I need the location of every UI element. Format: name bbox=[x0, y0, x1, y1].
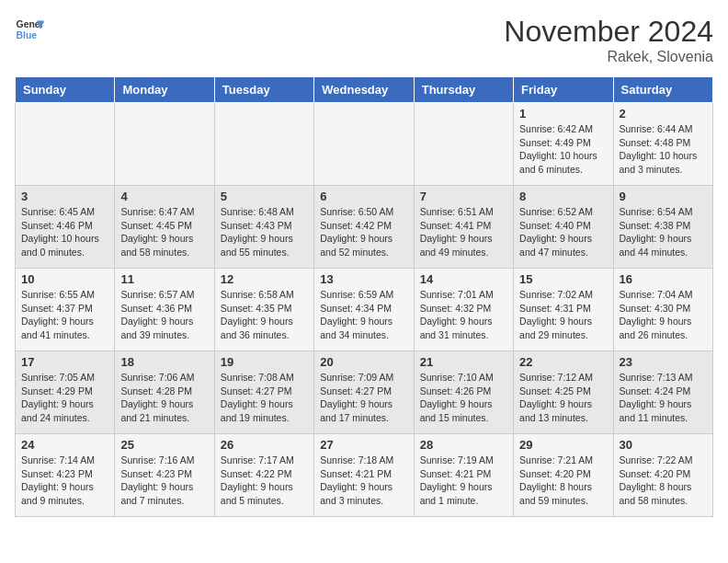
day-number: 6 bbox=[320, 190, 407, 203]
day-number: 18 bbox=[120, 355, 208, 369]
day-number: 10 bbox=[21, 272, 108, 286]
calendar-day-cell: 24Sunrise: 7:14 AM Sunset: 4:23 PM Dayli… bbox=[16, 434, 115, 517]
svg-text:Blue: Blue bbox=[17, 30, 38, 40]
calendar-day-cell: 25Sunrise: 7:16 AM Sunset: 4:23 PM Dayli… bbox=[115, 434, 214, 517]
day-number: 13 bbox=[320, 272, 407, 286]
day-number: 5 bbox=[221, 190, 308, 203]
calendar-day-cell: 5Sunrise: 6:48 AM Sunset: 4:43 PM Daylig… bbox=[214, 186, 313, 269]
day-number: 17 bbox=[21, 355, 108, 369]
day-info: Sunrise: 7:22 AM Sunset: 4:20 PM Dayligh… bbox=[620, 454, 707, 508]
calendar-day-cell bbox=[214, 103, 313, 186]
day-number: 25 bbox=[120, 438, 208, 452]
month-title: November 2024 bbox=[504, 15, 713, 49]
day-info: Sunrise: 7:17 AM Sunset: 4:22 PM Dayligh… bbox=[221, 454, 308, 508]
day-number: 22 bbox=[519, 355, 607, 369]
day-info: Sunrise: 7:02 AM Sunset: 4:31 PM Dayligh… bbox=[519, 288, 607, 342]
calendar-day-cell: 18Sunrise: 7:06 AM Sunset: 4:28 PM Dayli… bbox=[115, 351, 214, 434]
calendar-week-row: 17Sunrise: 7:05 AM Sunset: 4:29 PM Dayli… bbox=[16, 351, 713, 434]
calendar-day-cell: 10Sunrise: 6:55 AM Sunset: 4:37 PM Dayli… bbox=[16, 269, 115, 351]
day-number: 2 bbox=[620, 107, 707, 121]
day-info: Sunrise: 7:01 AM Sunset: 4:32 PM Dayligh… bbox=[420, 288, 507, 342]
calendar-header-row: SundayMondayTuesdayWednesdayThursdayFrid… bbox=[16, 77, 713, 103]
day-number: 23 bbox=[620, 355, 707, 369]
day-info: Sunrise: 7:16 AM Sunset: 4:23 PM Dayligh… bbox=[120, 454, 208, 508]
day-info: Sunrise: 6:55 AM Sunset: 4:37 PM Dayligh… bbox=[21, 288, 108, 342]
day-number: 12 bbox=[221, 272, 308, 286]
page-header: General Blue November 2024 Rakek, Sloven… bbox=[15, 15, 713, 65]
day-info: Sunrise: 6:52 AM Sunset: 4:40 PM Dayligh… bbox=[519, 205, 607, 259]
calendar-day-cell: 3Sunrise: 6:45 AM Sunset: 4:46 PM Daylig… bbox=[16, 186, 115, 269]
logo-icon: General Blue bbox=[15, 15, 44, 44]
day-info: Sunrise: 7:19 AM Sunset: 4:21 PM Dayligh… bbox=[420, 454, 507, 508]
day-number: 28 bbox=[420, 438, 507, 452]
calendar-table: SundayMondayTuesdayWednesdayThursdayFrid… bbox=[15, 76, 713, 517]
calendar-day-cell bbox=[115, 103, 214, 186]
day-info: Sunrise: 7:13 AM Sunset: 4:24 PM Dayligh… bbox=[620, 371, 707, 425]
day-info: Sunrise: 6:47 AM Sunset: 4:45 PM Dayligh… bbox=[120, 205, 208, 259]
calendar-day-cell: 19Sunrise: 7:08 AM Sunset: 4:27 PM Dayli… bbox=[214, 351, 313, 434]
calendar-day-cell bbox=[414, 103, 513, 186]
day-info: Sunrise: 6:54 AM Sunset: 4:38 PM Dayligh… bbox=[620, 205, 707, 259]
day-number: 14 bbox=[420, 272, 507, 286]
day-number: 29 bbox=[519, 438, 607, 452]
calendar-day-cell: 23Sunrise: 7:13 AM Sunset: 4:24 PM Dayli… bbox=[613, 351, 712, 434]
day-info: Sunrise: 7:08 AM Sunset: 4:27 PM Dayligh… bbox=[221, 371, 308, 425]
calendar-week-row: 24Sunrise: 7:14 AM Sunset: 4:23 PM Dayli… bbox=[16, 434, 713, 517]
day-number: 8 bbox=[519, 190, 607, 203]
calendar-day-cell bbox=[16, 103, 115, 186]
day-info: Sunrise: 7:14 AM Sunset: 4:23 PM Dayligh… bbox=[21, 454, 108, 508]
day-number: 9 bbox=[620, 190, 707, 203]
day-number: 15 bbox=[519, 272, 607, 286]
title-block: November 2024 Rakek, Slovenia bbox=[504, 15, 713, 65]
calendar-day-cell: 26Sunrise: 7:17 AM Sunset: 4:22 PM Dayli… bbox=[214, 434, 313, 517]
day-info: Sunrise: 6:50 AM Sunset: 4:42 PM Dayligh… bbox=[320, 205, 407, 259]
calendar-day-cell: 7Sunrise: 6:51 AM Sunset: 4:41 PM Daylig… bbox=[414, 186, 513, 269]
calendar-day-cell: 22Sunrise: 7:12 AM Sunset: 4:25 PM Dayli… bbox=[514, 351, 613, 434]
calendar-day-cell: 27Sunrise: 7:18 AM Sunset: 4:21 PM Dayli… bbox=[314, 434, 414, 517]
calendar-day-cell: 9Sunrise: 6:54 AM Sunset: 4:38 PM Daylig… bbox=[613, 186, 712, 269]
day-of-week-header: Thursday bbox=[414, 77, 513, 103]
calendar-day-cell: 11Sunrise: 6:57 AM Sunset: 4:36 PM Dayli… bbox=[115, 269, 214, 351]
day-number: 19 bbox=[221, 355, 308, 369]
day-of-week-header: Sunday bbox=[16, 77, 115, 103]
day-info: Sunrise: 7:10 AM Sunset: 4:26 PM Dayligh… bbox=[420, 371, 507, 425]
calendar-day-cell: 15Sunrise: 7:02 AM Sunset: 4:31 PM Dayli… bbox=[514, 269, 613, 351]
calendar-day-cell: 2Sunrise: 6:44 AM Sunset: 4:48 PM Daylig… bbox=[613, 103, 712, 186]
day-number: 20 bbox=[320, 355, 407, 369]
day-of-week-header: Saturday bbox=[613, 77, 712, 103]
day-info: Sunrise: 6:57 AM Sunset: 4:36 PM Dayligh… bbox=[120, 288, 208, 342]
day-number: 11 bbox=[120, 272, 208, 286]
calendar-week-row: 3Sunrise: 6:45 AM Sunset: 4:46 PM Daylig… bbox=[16, 186, 713, 269]
day-info: Sunrise: 6:42 AM Sunset: 4:49 PM Dayligh… bbox=[519, 122, 607, 177]
day-info: Sunrise: 6:45 AM Sunset: 4:46 PM Dayligh… bbox=[21, 205, 108, 259]
calendar-day-cell: 20Sunrise: 7:09 AM Sunset: 4:27 PM Dayli… bbox=[314, 351, 414, 434]
day-number: 16 bbox=[620, 272, 707, 286]
calendar-day-cell: 6Sunrise: 6:50 AM Sunset: 4:42 PM Daylig… bbox=[314, 186, 414, 269]
day-info: Sunrise: 6:48 AM Sunset: 4:43 PM Dayligh… bbox=[221, 205, 308, 259]
calendar-day-cell: 29Sunrise: 7:21 AM Sunset: 4:20 PM Dayli… bbox=[514, 434, 613, 517]
calendar-day-cell: 8Sunrise: 6:52 AM Sunset: 4:40 PM Daylig… bbox=[514, 186, 613, 269]
day-info: Sunrise: 6:58 AM Sunset: 4:35 PM Dayligh… bbox=[221, 288, 308, 342]
day-info: Sunrise: 7:09 AM Sunset: 4:27 PM Dayligh… bbox=[320, 371, 407, 425]
day-of-week-header: Tuesday bbox=[214, 77, 313, 103]
calendar-week-row: 10Sunrise: 6:55 AM Sunset: 4:37 PM Dayli… bbox=[16, 269, 713, 351]
day-info: Sunrise: 6:51 AM Sunset: 4:41 PM Dayligh… bbox=[420, 205, 507, 259]
day-info: Sunrise: 7:05 AM Sunset: 4:29 PM Dayligh… bbox=[21, 371, 108, 425]
day-number: 26 bbox=[221, 438, 308, 452]
day-of-week-header: Monday bbox=[115, 77, 214, 103]
day-of-week-header: Wednesday bbox=[314, 77, 414, 103]
day-number: 4 bbox=[120, 190, 208, 203]
day-number: 27 bbox=[320, 438, 407, 452]
calendar-day-cell: 12Sunrise: 6:58 AM Sunset: 4:35 PM Dayli… bbox=[214, 269, 313, 351]
calendar-day-cell: 1Sunrise: 6:42 AM Sunset: 4:49 PM Daylig… bbox=[514, 103, 613, 186]
day-info: Sunrise: 6:44 AM Sunset: 4:48 PM Dayligh… bbox=[620, 122, 707, 177]
day-info: Sunrise: 7:18 AM Sunset: 4:21 PM Dayligh… bbox=[320, 454, 407, 508]
day-info: Sunrise: 7:06 AM Sunset: 4:28 PM Dayligh… bbox=[120, 371, 208, 425]
logo: General Blue bbox=[15, 15, 44, 44]
day-number: 7 bbox=[420, 190, 507, 203]
calendar-day-cell: 28Sunrise: 7:19 AM Sunset: 4:21 PM Dayli… bbox=[414, 434, 513, 517]
day-number: 1 bbox=[519, 107, 607, 121]
day-info: Sunrise: 7:04 AM Sunset: 4:30 PM Dayligh… bbox=[620, 288, 707, 342]
calendar-day-cell bbox=[314, 103, 414, 186]
day-info: Sunrise: 7:12 AM Sunset: 4:25 PM Dayligh… bbox=[519, 371, 607, 425]
